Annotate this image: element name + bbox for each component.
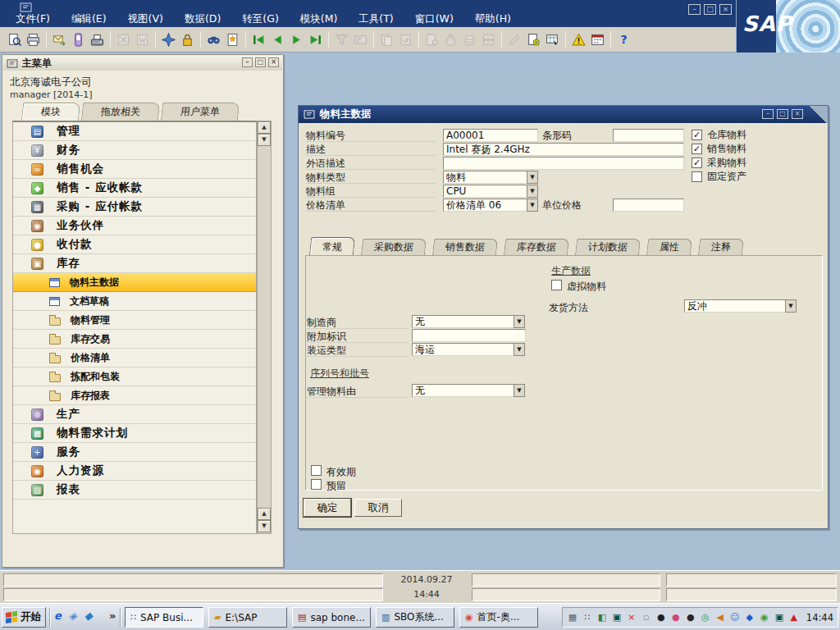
- menu-item[interactable]: 文件(F): [5, 11, 61, 29]
- checkbox[interactable]: ✓: [692, 144, 702, 154]
- checkbox[interactable]: ✓: [692, 158, 702, 168]
- chevron-down-icon[interactable]: ▼: [527, 199, 538, 212]
- sidebar-item[interactable]: ⊛ 生产: [13, 405, 256, 424]
- scroll-up-icon[interactable]: ▲: [258, 508, 271, 520]
- menu-item[interactable]: 转至(G): [231, 11, 289, 29]
- close-icon[interactable]: ×: [268, 57, 279, 67]
- issue-method-dropdown[interactable]: 反冲 ▼: [684, 299, 797, 313]
- chevron-down-icon[interactable]: ▼: [514, 384, 525, 397]
- checkbox-row[interactable]: ✓ 仓库物料: [692, 128, 746, 142]
- price-list-value[interactable]: 价格清单 06: [443, 199, 527, 212]
- shipping-type-value[interactable]: 海运: [412, 343, 514, 356]
- calendar-icon[interactable]: [588, 30, 607, 49]
- tray-icon[interactable]: ◎: [700, 612, 711, 623]
- chevron-down-icon[interactable]: ▼: [527, 171, 538, 184]
- quick-launch-icon[interactable]: ◆: [84, 609, 93, 622]
- close-icon[interactable]: ×: [792, 109, 803, 119]
- sidebar-item[interactable]: 库存报表: [13, 386, 256, 405]
- sort-icon[interactable]: [351, 30, 370, 49]
- tray-icon[interactable]: ∷: [582, 612, 593, 623]
- ok-button[interactable]: 确定: [304, 499, 351, 517]
- foreign-desc-input[interactable]: [443, 157, 684, 170]
- dialog-tab[interactable]: 注释: [698, 239, 744, 255]
- find-icon[interactable]: [204, 30, 223, 49]
- sidebar-item[interactable]: 库存交易: [13, 330, 256, 349]
- item-type-dropdown[interactable]: 物料 ▼: [443, 171, 538, 184]
- tray-icon[interactable]: ●: [685, 612, 696, 623]
- form-settings-icon[interactable]: [524, 30, 543, 49]
- production-data-link[interactable]: 生产数据: [551, 264, 591, 278]
- sidebar-item[interactable]: + 服务: [13, 443, 256, 462]
- dialog-tab[interactable]: 计划数据: [575, 239, 641, 255]
- dialog-titlebar[interactable]: 物料主数据: [299, 106, 828, 123]
- tray-icon[interactable]: ▲: [788, 612, 800, 623]
- sidebar-item[interactable]: 物料管理: [13, 311, 256, 330]
- send-message-icon[interactable]: [50, 30, 69, 49]
- query-generator-icon[interactable]: [543, 30, 562, 49]
- dialog-tab[interactable]: 属性: [646, 239, 692, 255]
- dialog-tab[interactable]: 销售数据: [432, 239, 498, 255]
- tray-icon[interactable]: ▦: [567, 612, 578, 623]
- maximize-icon[interactable]: □: [777, 109, 788, 119]
- serial-batch-link[interactable]: 序列号和批号: [310, 367, 369, 381]
- first-record-icon[interactable]: [249, 30, 268, 49]
- checkbox-row[interactable]: 固定资产: [692, 170, 746, 184]
- add-record-icon[interactable]: [223, 30, 242, 49]
- issue-method-value[interactable]: 反冲: [684, 299, 785, 313]
- archive-icon[interactable]: [479, 30, 498, 49]
- sidebar-item[interactable]: ● 收付款: [13, 235, 256, 254]
- sidebar-tab[interactable]: 用户菜单: [161, 103, 240, 121]
- phantom-item-checkbox[interactable]: [551, 280, 562, 290]
- chevron-down-icon[interactable]: ▼: [514, 343, 525, 356]
- reserved-checkbox[interactable]: [311, 479, 322, 490]
- restore-document-icon[interactable]: [396, 30, 415, 49]
- menu-item[interactable]: 视图(V): [117, 11, 174, 29]
- sidebar-item[interactable]: ◉ 业务伙伴: [13, 217, 256, 235]
- sidebar-item[interactable]: ◉ 人力资源: [13, 462, 256, 481]
- additional-id-input[interactable]: [412, 329, 526, 342]
- price-list-dropdown[interactable]: 价格清单 06 ▼: [443, 199, 538, 212]
- item-group-dropdown[interactable]: CPU ▼: [443, 185, 538, 198]
- sidebar-item[interactable]: 文档草稿: [13, 292, 256, 311]
- sidebar-item[interactable]: ▣ 库存: [13, 254, 256, 273]
- checkbox-row[interactable]: ✓ 采购物料: [692, 156, 746, 170]
- menu-item[interactable]: 窗口(W): [404, 11, 464, 29]
- sidebar-item[interactable]: ◆ 销售 - 应收帐款: [13, 179, 256, 198]
- export-excel-icon[interactable]: [114, 30, 133, 49]
- barcode-input[interactable]: [613, 129, 684, 142]
- restore-icon[interactable]: □: [704, 4, 716, 15]
- menu-item[interactable]: 模块(M): [290, 11, 349, 29]
- minimize-icon[interactable]: –: [242, 57, 253, 67]
- sidebar-item[interactable]: 拣配和包装: [13, 368, 256, 386]
- quick-launch-icon[interactable]: e: [54, 609, 62, 622]
- menu-item[interactable]: 帮助(H): [464, 11, 522, 29]
- tray-icon[interactable]: ●: [655, 612, 667, 623]
- chevron-down-icon[interactable]: ▼: [514, 315, 525, 328]
- tray-icon[interactable]: ◧: [596, 612, 608, 623]
- tray-icon[interactable]: ◆: [744, 612, 756, 623]
- quick-launch-icon[interactable]: ◈: [69, 609, 77, 622]
- cancel-button[interactable]: 取消: [354, 499, 402, 517]
- alerts-icon[interactable]: [569, 30, 588, 49]
- sidebar-item[interactable]: ▩ 物料需求计划: [13, 424, 256, 443]
- checkbox-row[interactable]: ✓ 销售物料: [692, 142, 746, 156]
- coins-icon[interactable]: [460, 30, 479, 49]
- checkbox[interactable]: ✓: [692, 130, 702, 140]
- tray-icon[interactable]: ●: [670, 612, 682, 623]
- taskbar-button[interactable]: ▤ sap bone...: [292, 607, 371, 628]
- sidebar-item[interactable]: ∞ 销售机会: [13, 160, 256, 179]
- dialog-tab[interactable]: 采购数据: [361, 239, 427, 255]
- sidebar-item[interactable]: ▦ 采购 - 应付帐款: [13, 198, 256, 217]
- taskbar-button[interactable]: ▥ SBO系统...: [376, 607, 454, 628]
- item-type-value[interactable]: 物料: [443, 171, 527, 184]
- item-no-input[interactable]: A00001: [443, 129, 538, 142]
- taskbar-button[interactable]: ◉ 首页-奥...: [459, 607, 538, 628]
- manufacturer-value[interactable]: 无: [412, 315, 514, 328]
- minimize-icon[interactable]: –: [762, 109, 774, 119]
- taskbar-button[interactable]: ▰ E:\SAP: [208, 607, 287, 628]
- valid-checkbox[interactable]: [311, 465, 322, 476]
- next-record-icon[interactable]: [287, 30, 306, 49]
- scroll-down-icon[interactable]: ▼: [258, 134, 271, 146]
- manufacturer-dropdown[interactable]: 无 ▼: [412, 315, 525, 328]
- sidebar-tab[interactable]: 模块: [21, 103, 80, 121]
